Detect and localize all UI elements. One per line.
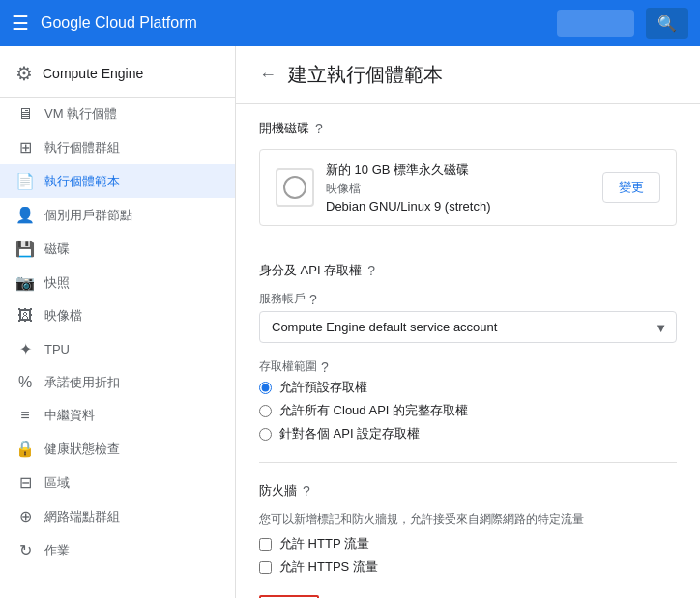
sidebar-item-label: 中繼資料 [44,407,95,424]
checkbox-https-label: 允許 HTTPS 流量 [279,558,378,576]
radio-full-access[interactable]: 允許所有 Cloud API 的完整存取權 [259,402,677,419]
sidebar-item-label: 網路端點群組 [44,508,120,526]
identity-label: 身分及 API 存取權 [259,262,362,279]
project-selector[interactable] [557,10,634,37]
radio-full-input[interactable] [259,405,272,417]
sidebar-item-label: 快照 [44,274,70,292]
sidebar-item-committed[interactable]: % 承諾使用折扣 [0,366,235,399]
access-scope-label: 存取權範圍 [259,358,317,375]
sidebar-title: Compute Engine [43,66,143,81]
radio-custom-access[interactable]: 針對各個 API 設定存取權 [259,425,677,442]
disk-card: 新的 10 GB 標準永久磁碟 映像檔 Debian GNU/Linux 9 (… [259,149,677,226]
service-account-label: 服務帳戶 [259,291,306,307]
sidebar-item-network-node[interactable]: ⊕ 網路端點群組 [0,499,235,533]
sidebar-item-label: 執行個體群組 [44,139,120,157]
service-account-label-group: 服務帳戶 ? [259,291,677,307]
checkbox-https-input[interactable] [259,561,272,574]
checkbox-http-input[interactable] [259,538,272,551]
sidebar-item-label: 作業 [44,542,70,559]
firewall-label: 防火牆 [259,482,297,499]
sidebar-item-image[interactable]: 🖼 映像檔 [0,299,235,332]
zone-icon: ⊟ [15,473,35,492]
sidebar-item-label: 健康狀態檢查 [44,441,120,458]
sidebar-item-health[interactable]: 🔒 健康狀態檢查 [0,432,235,466]
form-content: 開機磁碟 ? 新的 10 GB 標準永久磁碟 映像檔 Debian GNU/Li… [236,104,700,598]
topbar-logo-text: Google Cloud Platform [41,14,197,32]
instance-group-icon: ⊞ [15,138,35,157]
sidebar-item-snapshot[interactable]: 📷 快照 [0,266,235,299]
sidebar-item-label: 區域 [44,474,70,492]
topbar-logo: Google Cloud Platform [41,14,545,32]
sidebar-item-user-group[interactable]: 👤 個別用戶群節點 [0,198,235,232]
image-icon: 🖼 [15,307,35,325]
boot-disk-help-icon[interactable]: ? [315,121,323,136]
sidebar-item-label: 映像檔 [44,307,82,325]
checkbox-http-label: 允許 HTTP 流量 [279,535,369,553]
service-account-select-wrapper: Compute Engine default service account ▼ [259,311,677,343]
sidebar-item-tpu[interactable]: ✦ TPU [0,332,235,366]
network-node-icon: ⊕ [15,507,35,526]
firewall-section: 防火牆 ? 您可以新增標記和防火牆規，允許接受來自網際網路的特定流量 允許 HT… [259,482,677,576]
search-bar[interactable]: 🔍 [646,8,688,39]
disk-name: 新的 10 GB 標準永久磁碟 [326,161,491,179]
disk-os: Debian GNU/Linux 9 (stretch) [326,199,491,214]
sidebar-item-instance-template[interactable]: 📄 執行個體範本 [0,164,235,198]
user-group-icon: 👤 [15,206,35,224]
committed-icon: % [15,374,35,391]
sidebar-item-zone[interactable]: ⊟ 區域 [0,466,235,499]
page-title: 建立執行個體範本 [288,62,443,88]
disk-info: 新的 10 GB 標準永久磁碟 映像檔 Debian GNU/Linux 9 (… [276,161,491,214]
access-scope-help-icon[interactable]: ? [321,359,329,375]
radio-full-label: 允許所有 Cloud API 的完整存取權 [279,402,468,419]
sidebar: ⚙ Compute Engine 🖥 VM 執行個體 ⊞ 執行個體群組 📄 執行… [0,46,236,598]
radio-custom-label: 針對各個 API 設定存取權 [279,425,420,442]
radio-custom-input[interactable] [259,428,272,441]
access-scope-radio-group: 允許預設存取權 允許所有 Cloud API 的完整存取權 針對各個 API 設… [259,379,677,442]
operation-icon: ↻ [15,541,35,559]
radio-default-label: 允許預設存取權 [279,379,367,396]
radio-default-access[interactable]: 允許預設存取權 [259,379,677,396]
topbar: ☰ Google Cloud Platform 🔍 [0,0,700,46]
boot-disk-label: 開機磁碟 [259,120,309,137]
image-label: 映像檔 [326,181,491,197]
disk-circle-icon [283,176,306,199]
sidebar-item-label: 承諾使用折扣 [44,374,120,391]
sidebar-header: ⚙ Compute Engine [0,46,235,98]
checkbox-http[interactable]: 允許 HTTP 流量 [259,535,677,553]
firewall-desc: 您可以新增標記和防火牆規，允許接受來自網際網路的特定流量 [259,511,677,527]
disk-file-icon [276,168,314,207]
sidebar-item-vm[interactable]: 🖥 VM 執行個體 [0,98,235,130]
main-layout: ⚙ Compute Engine 🖥 VM 執行個體 ⊞ 執行個體群組 📄 執行… [0,46,700,598]
tpu-icon: ✦ [15,340,35,358]
divider-2 [259,462,677,463]
disk-details: 新的 10 GB 標準永久磁碟 映像檔 Debian GNU/Linux 9 (… [326,161,491,214]
identity-section: 身分及 API 存取權 ? 服務帳戶 ? Compute Engine defa… [259,262,677,442]
radio-default-input[interactable] [259,382,272,394]
checkbox-https[interactable]: 允許 HTTPS 流量 [259,558,677,576]
sidebar-item-label: TPU [44,342,70,356]
sidebar-item-operation[interactable]: ↻ 作業 [0,533,235,567]
divider-1 [259,242,677,242]
identity-help-icon[interactable]: ? [367,263,375,278]
sidebar-item-instance-group[interactable]: ⊞ 執行個體群組 [0,130,235,164]
page-header: ← 建立執行個體範本 [236,46,700,104]
boot-disk-section: 開機磁碟 ? [259,120,677,137]
sidebar-item-label: 執行個體範本 [44,173,120,190]
sidebar-item-label: 磁碟 [44,241,70,258]
sidebar-item-label: VM 執行個體 [44,105,117,123]
compute-engine-icon: ⚙ [15,62,33,85]
firewall-checkbox-group: 允許 HTTP 流量 允許 HTTPS 流量 [259,535,677,576]
firewall-help-icon[interactable]: ? [303,483,310,498]
service-account-help-icon[interactable]: ? [309,292,317,307]
health-icon: 🔒 [15,440,35,458]
back-button[interactable]: ← [259,65,277,85]
hamburger-menu-icon[interactable]: ☰ [12,12,29,35]
sidebar-item-disk[interactable]: 💾 磁碟 [0,232,235,266]
instance-template-icon: 📄 [15,172,35,190]
main-content: ← 建立執行個體範本 開機磁碟 ? 新的 10 GB 標準永久磁碟 映像檔 De… [236,46,700,598]
disk-icon: 💾 [15,240,35,258]
service-account-select[interactable]: Compute Engine default service account [259,311,677,343]
change-disk-button[interactable]: 變更 [602,172,660,203]
sidebar-item-relay[interactable]: ≡ 中繼資料 [0,399,235,432]
sidebar-item-label: 個別用戶群節點 [44,207,132,224]
